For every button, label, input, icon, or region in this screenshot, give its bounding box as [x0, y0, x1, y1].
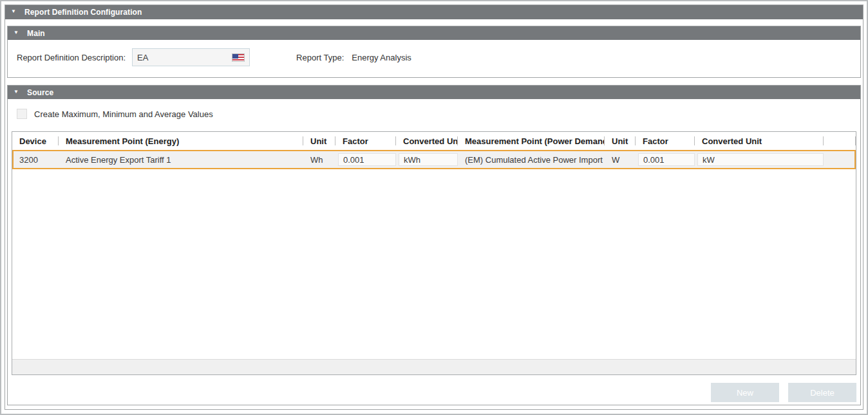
table-footer-strip[interactable] — [12, 359, 856, 374]
cell-unit-power: W — [606, 151, 637, 168]
table-action-buttons: New Delete — [12, 375, 856, 402]
report-definition-configuration-panel: ▼ Report Definition Configuration ▼ Main… — [5, 5, 863, 410]
column-header-device[interactable]: Device — [12, 132, 59, 150]
cell-measurement-point-energy: Active Energy Export Tariff 1 — [60, 151, 305, 168]
cell-device: 3200 — [14, 151, 60, 168]
panel-body: ▼ Main Report Definition Description: EA… — [5, 19, 863, 409]
us-flag-icon — [232, 53, 245, 62]
column-header-converted-unit-power[interactable]: Converted Unit — [695, 132, 824, 150]
cell-filler — [825, 151, 854, 168]
delete-button[interactable]: Delete — [788, 383, 856, 402]
source-section: ▼ Source Create Maximum, Minimum and Ave… — [7, 85, 861, 405]
description-input-value: EA — [137, 53, 232, 62]
measurement-points-table: Device Measurement Point (Energy) Unit F… — [12, 131, 856, 375]
source-section-content: Create Maximum, Minimum and Average Valu… — [8, 99, 860, 405]
column-header-converted-unit-energy[interactable]: Converted Unit — [396, 132, 458, 150]
column-header-filler — [824, 132, 856, 150]
cell-converted-unit-power[interactable]: kW — [696, 151, 825, 168]
source-section-title: Source — [27, 88, 53, 97]
column-header-measurement-point-energy[interactable]: Measurement Point (Energy) — [59, 132, 303, 150]
cell-converted-unit-energy[interactable]: kWh — [397, 151, 459, 168]
column-header-factor-energy[interactable]: Factor — [335, 132, 396, 150]
table-row-selected[interactable]: 3200 Active Energy Export Tariff 1 Wh 0.… — [12, 150, 856, 169]
main-section: ▼ Main Report Definition Description: EA… — [7, 26, 861, 78]
collapse-triangle-icon[interactable]: ▼ — [11, 9, 16, 14]
report-definition-description-label: Report Definition Description: — [17, 53, 126, 62]
column-header-unit-power[interactable]: Unit — [605, 132, 636, 150]
collapse-triangle-icon[interactable]: ▼ — [14, 30, 19, 35]
column-header-unit-energy[interactable]: Unit — [303, 132, 335, 150]
source-section-header[interactable]: ▼ Source — [8, 86, 860, 99]
new-button[interactable]: New — [711, 383, 779, 402]
collapse-triangle-icon[interactable]: ▼ — [14, 89, 19, 95]
main-section-header[interactable]: ▼ Main — [8, 26, 860, 40]
create-min-max-avg-row: Create Maximum, Minimum and Average Valu… — [17, 109, 856, 119]
create-min-max-avg-checkbox[interactable] — [17, 109, 27, 119]
main-section-title: Main — [27, 29, 45, 38]
cell-factor-energy[interactable]: 0.001 — [337, 151, 397, 168]
panel-title: Report Definition Configuration — [24, 8, 142, 17]
report-type-label: Report Type: — [296, 53, 344, 62]
column-header-factor-power[interactable]: Factor — [636, 132, 695, 150]
report-definition-configuration-header[interactable]: ▼ Report Definition Configuration — [5, 5, 863, 19]
report-type-value: Energy Analysis — [352, 53, 411, 62]
create-min-max-avg-label: Create Maximum, Minimum and Average Valu… — [34, 109, 213, 119]
cell-factor-power[interactable]: 0.001 — [637, 151, 696, 168]
cell-measurement-point-power-demand: (EM) Cumulated Active Power Import — [459, 151, 606, 168]
report-definition-page: { "window": { "title": "Report Definitio… — [0, 0, 868, 415]
main-section-content: Report Definition Description: EA Report… — [8, 40, 860, 77]
report-definition-description-input[interactable]: EA — [132, 48, 250, 66]
table-header-row: Device Measurement Point (Energy) Unit F… — [12, 132, 856, 150]
section-gap — [7, 78, 861, 85]
column-header-measurement-point-power-demand[interactable]: Measurement Point (Power Demand) — [458, 132, 605, 150]
cell-unit-energy: Wh — [305, 151, 337, 168]
